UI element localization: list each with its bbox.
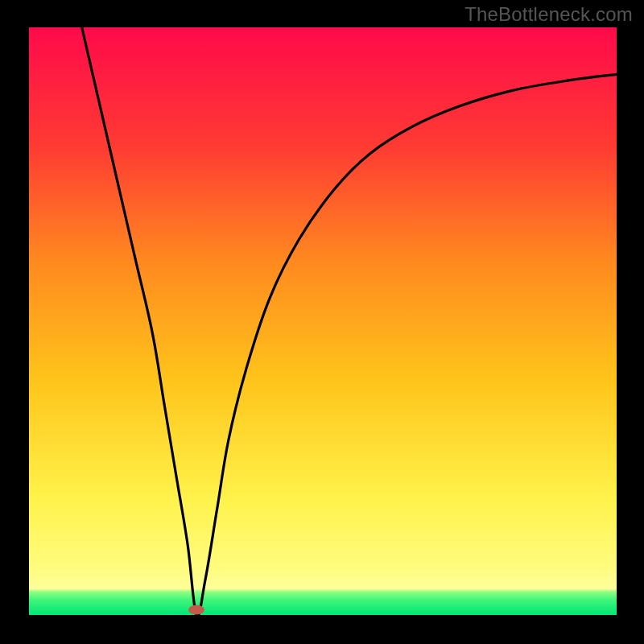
watermark-text: TheBottleneck.com (464, 3, 633, 26)
plot-area (29, 27, 617, 615)
chart-frame: TheBottleneck.com (0, 0, 644, 644)
minimum-marker (188, 605, 204, 614)
curve-line (82, 27, 617, 615)
curve-svg (29, 27, 617, 615)
